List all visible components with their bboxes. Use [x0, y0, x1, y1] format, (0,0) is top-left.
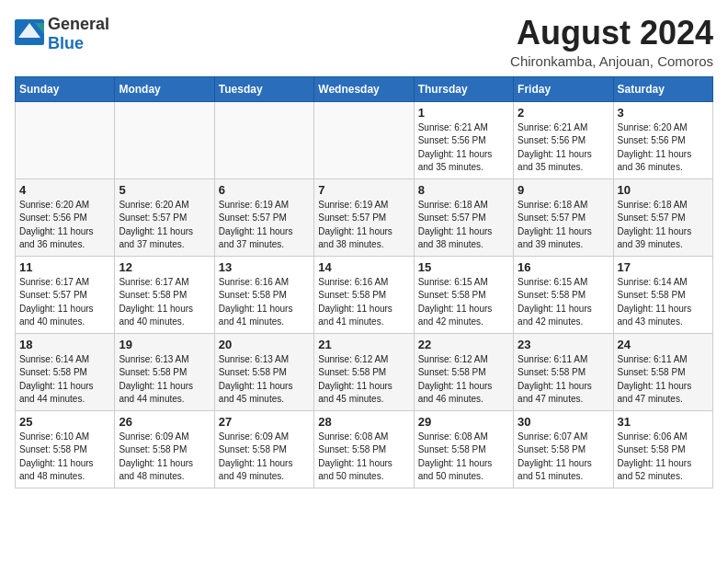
day-number: 16	[518, 260, 609, 274]
cell-content: Sunrise: 6:20 AM Sunset: 5:56 PM Dayligh…	[19, 199, 110, 252]
month-year-title: August 2024	[510, 15, 713, 52]
cell-content: Sunrise: 6:11 AM Sunset: 5:58 PM Dayligh…	[618, 353, 709, 407]
calendar-cell: 16Sunrise: 6:15 AM Sunset: 5:58 PM Dayli…	[514, 256, 613, 333]
cell-content: Sunrise: 6:11 AM Sunset: 5:58 PM Dayligh…	[518, 353, 609, 407]
cell-content: Sunrise: 6:06 AM Sunset: 5:58 PM Dayligh…	[618, 431, 709, 484]
day-number: 27	[219, 415, 310, 429]
day-number: 22	[418, 338, 509, 351]
cell-content: Sunrise: 6:18 AM Sunset: 5:57 PM Dayligh…	[518, 199, 609, 252]
calendar-cell: 22Sunrise: 6:12 AM Sunset: 5:58 PM Dayli…	[414, 333, 513, 410]
cell-content: Sunrise: 6:17 AM Sunset: 5:57 PM Dayligh…	[19, 276, 110, 329]
logo: General Blue	[15, 15, 109, 53]
day-number: 24	[618, 338, 709, 351]
cell-content: Sunrise: 6:16 AM Sunset: 5:58 PM Dayligh…	[318, 276, 409, 329]
cell-content: Sunrise: 6:09 AM Sunset: 5:58 PM Dayligh…	[119, 431, 210, 484]
logo-blue: Blue	[48, 34, 84, 52]
header: General Blue August 2024 Chironkamba, An…	[15, 15, 713, 69]
day-number: 9	[518, 183, 609, 197]
calendar-cell: 25Sunrise: 6:10 AM Sunset: 5:58 PM Dayli…	[16, 410, 115, 488]
calendar-cell: 30Sunrise: 6:07 AM Sunset: 5:58 PM Dayli…	[514, 410, 613, 488]
calendar-cell: 27Sunrise: 6:09 AM Sunset: 5:58 PM Dayli…	[214, 410, 313, 488]
cell-content: Sunrise: 6:15 AM Sunset: 5:58 PM Dayligh…	[518, 276, 609, 329]
day-number: 31	[618, 415, 709, 429]
calendar-cell: 10Sunrise: 6:18 AM Sunset: 5:57 PM Dayli…	[613, 178, 712, 256]
calendar-cell: 3Sunrise: 6:20 AM Sunset: 5:56 PM Daylig…	[613, 101, 712, 178]
day-number: 12	[119, 260, 210, 274]
weekday-header-thursday: Thursday	[414, 76, 513, 101]
day-number: 3	[618, 106, 709, 120]
calendar-cell	[214, 101, 313, 178]
weekday-header-friday: Friday	[514, 76, 613, 101]
cell-content: Sunrise: 6:20 AM Sunset: 5:57 PM Dayligh…	[119, 199, 210, 252]
day-number: 25	[19, 415, 110, 429]
calendar-cell	[16, 101, 115, 178]
cell-content: Sunrise: 6:21 AM Sunset: 5:56 PM Dayligh…	[418, 121, 509, 175]
cell-content: Sunrise: 6:21 AM Sunset: 5:56 PM Dayligh…	[518, 121, 609, 175]
day-number: 19	[119, 338, 210, 351]
cell-content: Sunrise: 6:19 AM Sunset: 5:57 PM Dayligh…	[318, 199, 409, 252]
calendar-table: SundayMondayTuesdayWednesdayThursdayFrid…	[15, 76, 713, 488]
day-number: 30	[518, 415, 609, 429]
calendar-cell: 18Sunrise: 6:14 AM Sunset: 5:58 PM Dayli…	[16, 333, 115, 410]
cell-content: Sunrise: 6:13 AM Sunset: 5:58 PM Dayligh…	[219, 353, 310, 407]
day-number: 10	[618, 183, 709, 197]
cell-content: Sunrise: 6:09 AM Sunset: 5:58 PM Dayligh…	[219, 431, 310, 484]
calendar-cell: 26Sunrise: 6:09 AM Sunset: 5:58 PM Dayli…	[115, 410, 214, 488]
day-number: 11	[19, 260, 110, 274]
day-number: 13	[219, 260, 310, 274]
week-row-1: 1Sunrise: 6:21 AM Sunset: 5:56 PM Daylig…	[16, 101, 713, 178]
calendar-cell: 29Sunrise: 6:08 AM Sunset: 5:58 PM Dayli…	[414, 410, 513, 488]
location-subtitle: Chironkamba, Anjouan, Comoros	[510, 53, 713, 69]
day-number: 17	[618, 260, 709, 274]
cell-content: Sunrise: 6:08 AM Sunset: 5:58 PM Dayligh…	[418, 431, 509, 484]
day-number: 29	[418, 415, 509, 429]
day-number: 14	[318, 260, 409, 274]
day-number: 1	[418, 106, 509, 120]
day-number: 18	[19, 338, 110, 351]
calendar-cell: 11Sunrise: 6:17 AM Sunset: 5:57 PM Dayli…	[16, 256, 115, 333]
calendar-cell: 28Sunrise: 6:08 AM Sunset: 5:58 PM Dayli…	[314, 410, 414, 488]
logo-text: General Blue	[48, 15, 109, 53]
weekday-header-wednesday: Wednesday	[314, 76, 414, 101]
day-number: 5	[119, 183, 210, 197]
calendar-cell: 24Sunrise: 6:11 AM Sunset: 5:58 PM Dayli…	[613, 333, 712, 410]
weekday-header-monday: Monday	[115, 76, 214, 101]
calendar-cell: 17Sunrise: 6:14 AM Sunset: 5:58 PM Dayli…	[613, 256, 712, 333]
calendar-cell	[314, 101, 414, 178]
cell-content: Sunrise: 6:16 AM Sunset: 5:58 PM Dayligh…	[219, 276, 310, 329]
day-number: 4	[19, 183, 110, 197]
calendar-cell: 9Sunrise: 6:18 AM Sunset: 5:57 PM Daylig…	[514, 178, 613, 256]
calendar-cell: 6Sunrise: 6:19 AM Sunset: 5:57 PM Daylig…	[214, 178, 313, 256]
day-number: 28	[318, 415, 409, 429]
calendar-cell: 7Sunrise: 6:19 AM Sunset: 5:57 PM Daylig…	[314, 178, 414, 256]
cell-content: Sunrise: 6:20 AM Sunset: 5:56 PM Dayligh…	[618, 121, 709, 175]
weekday-header-row: SundayMondayTuesdayWednesdayThursdayFrid…	[16, 76, 713, 101]
cell-content: Sunrise: 6:19 AM Sunset: 5:57 PM Dayligh…	[219, 199, 310, 252]
calendar-cell: 4Sunrise: 6:20 AM Sunset: 5:56 PM Daylig…	[16, 178, 115, 256]
calendar-cell: 5Sunrise: 6:20 AM Sunset: 5:57 PM Daylig…	[115, 178, 214, 256]
day-number: 26	[119, 415, 210, 429]
calendar-cell: 2Sunrise: 6:21 AM Sunset: 5:56 PM Daylig…	[514, 101, 613, 178]
calendar-cell: 15Sunrise: 6:15 AM Sunset: 5:58 PM Dayli…	[414, 256, 513, 333]
cell-content: Sunrise: 6:17 AM Sunset: 5:58 PM Dayligh…	[119, 276, 210, 329]
calendar-cell: 12Sunrise: 6:17 AM Sunset: 5:58 PM Dayli…	[115, 256, 214, 333]
cell-content: Sunrise: 6:18 AM Sunset: 5:57 PM Dayligh…	[418, 199, 509, 252]
logo-icon	[15, 19, 44, 49]
week-row-4: 18Sunrise: 6:14 AM Sunset: 5:58 PM Dayli…	[16, 333, 713, 410]
day-number: 21	[318, 338, 409, 351]
calendar-cell: 31Sunrise: 6:06 AM Sunset: 5:58 PM Dayli…	[613, 410, 712, 488]
day-number: 15	[418, 260, 509, 274]
day-number: 23	[518, 338, 609, 351]
week-row-3: 11Sunrise: 6:17 AM Sunset: 5:57 PM Dayli…	[16, 256, 713, 333]
calendar-cell: 19Sunrise: 6:13 AM Sunset: 5:58 PM Dayli…	[115, 333, 214, 410]
day-number: 8	[418, 183, 509, 197]
cell-content: Sunrise: 6:12 AM Sunset: 5:58 PM Dayligh…	[418, 353, 509, 407]
day-number: 6	[219, 183, 310, 197]
calendar-cell: 21Sunrise: 6:12 AM Sunset: 5:58 PM Dayli…	[314, 333, 414, 410]
cell-content: Sunrise: 6:18 AM Sunset: 5:57 PM Dayligh…	[618, 199, 709, 252]
week-row-5: 25Sunrise: 6:10 AM Sunset: 5:58 PM Dayli…	[16, 410, 713, 488]
day-number: 2	[518, 106, 609, 120]
cell-content: Sunrise: 6:14 AM Sunset: 5:58 PM Dayligh…	[618, 276, 709, 329]
cell-content: Sunrise: 6:07 AM Sunset: 5:58 PM Dayligh…	[518, 431, 609, 484]
cell-content: Sunrise: 6:10 AM Sunset: 5:58 PM Dayligh…	[19, 431, 110, 484]
